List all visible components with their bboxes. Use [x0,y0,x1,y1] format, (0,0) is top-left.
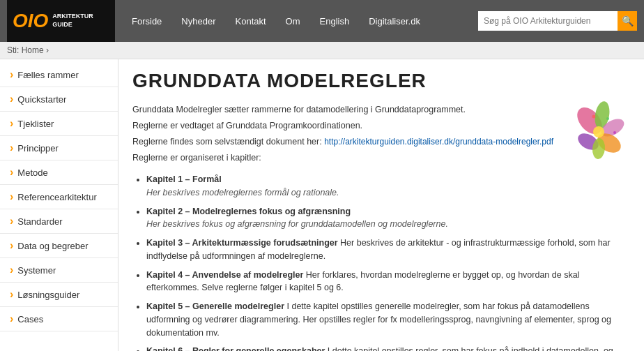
main-nav: Forside Nyheder Kontakt Om English Digit… [115,0,478,42]
intro-line-2: Reglerne er vedtaget af Grunddata Progra… [132,119,630,133]
sidebar-item-tjeklister[interactable]: Tjeklister [0,112,118,136]
chapter-3: Kapitel 3 – Arkitekturmæssige forudsætni… [146,237,630,263]
main-content: GRUNDDATA MODELREGLER [118,59,644,351]
breadcrumb-home[interactable]: Home [22,45,44,55]
nav-item-kontakt[interactable]: Kontakt [226,0,276,42]
chapter-6: Kapitel 6 – Regler for generelle egenska… [146,345,630,351]
breadcrumb-separator: › [46,45,49,55]
page-title: GRUNDDATA MODELREGLER [132,70,630,92]
logo-tagline: ARKITEKTUR GUIDE [52,13,93,29]
intro-text: Grunddata Modelregler sætter rammerne fo… [132,103,630,165]
sidebar-item-systemer[interactable]: Systemer [0,258,118,283]
sidebar-item-faelles-rammer[interactable]: Fælles rammer [0,63,118,87]
chapter-5: Kapitel 5 – Generelle modelregler I dett… [146,300,630,339]
chapter-1-title: Kapitel 1 – Formål [146,174,222,184]
chapter-4: Kapitel 4 – Anvendelse af modelregler He… [146,269,630,295]
svg-point-6 [593,126,604,137]
sidebar-item-standarder[interactable]: Standarder [0,209,118,234]
sidebar-item-data-begreber[interactable]: Data og begreber [0,234,118,258]
sidebar-item-principper[interactable]: Principper [0,136,118,160]
chapter-2-title: Kapitel 2 – Modelreglernes fokus og afgr… [146,207,351,216]
breadcrumb-prefix: Sti: [7,45,19,55]
svg-point-9 [613,131,616,134]
nav-item-nyheder[interactable]: Nyheder [171,0,225,42]
logo-oio-text: OIO [13,10,48,32]
intro-line-3: Reglerne findes som selvstændigt dokumen… [132,135,630,149]
chapter-2-text: Her beskrives fokus og afgrænsning for g… [146,219,448,229]
intro-link[interactable]: http://arkitekturguiden.digitaliser.dk/g… [324,137,553,147]
nav-item-english[interactable]: English [310,0,360,42]
flower-decoration [567,101,630,164]
intro-line-4: Reglerne er organiseret i kapitler: [132,151,630,165]
chapter-list: Kapitel 1 – Formål Her beskrives modelre… [132,173,630,351]
chapter-5-title: Kapitel 5 – Generelle modelregler [146,301,284,311]
layout: Fælles rammer Quickstarter Tjeklister Pr… [0,59,644,351]
breadcrumb: Sti: Home › [0,42,644,59]
sidebar-item-quickstarter[interactable]: Quickstarter [0,87,118,112]
svg-point-8 [606,117,609,120]
search-icon: 🔍 [622,15,634,27]
sidebar: Fælles rammer Quickstarter Tjeklister Pr… [0,59,118,351]
header: OIO ARKITEKTUR GUIDE Forside Nyheder Kon… [0,0,644,42]
intro-line-3-text: Reglerne findes som selvstændigt dokumen… [132,137,324,147]
search-button[interactable]: 🔍 [618,11,637,31]
chapter-6-title: Kapitel 6 – Regler for generelle egenska… [146,346,325,351]
intro-line-1: Grunddata Modelregler sætter rammerne fo… [132,103,630,117]
search-input[interactable] [478,11,618,31]
sidebar-item-referencearkitektur[interactable]: Referencearkitektur [0,185,118,209]
sidebar-item-metode[interactable]: Metode [0,160,118,185]
chapter-1: Kapitel 1 – Formål Her beskrives modelre… [146,173,630,200]
nav-item-forside[interactable]: Forside [122,0,171,42]
search-area: 🔍 [478,11,637,31]
chapters-section: Kapitel 1 – Formål Her beskrives modelre… [132,173,630,351]
sidebar-item-cases[interactable]: Cases [0,307,118,331]
nav-item-digitaliser[interactable]: Digitaliser.dk [359,0,430,42]
sidebar-item-losningsguider[interactable]: Løsningsguider [0,283,118,307]
chapter-2: Kapitel 2 – Modelreglernes fokus og afgr… [146,205,630,232]
svg-point-7 [592,115,596,119]
chapter-4-title: Kapitel 4 – Anvendelse af modelregler [146,270,303,280]
chapter-1-text: Her beskrives modelreglernes formål og r… [146,188,339,197]
nav-item-om[interactable]: Om [276,0,310,42]
chapter-3-title: Kapitel 3 – Arkitekturmæssige forudsætni… [146,238,338,248]
logo[interactable]: OIO ARKITEKTUR GUIDE [7,0,115,42]
